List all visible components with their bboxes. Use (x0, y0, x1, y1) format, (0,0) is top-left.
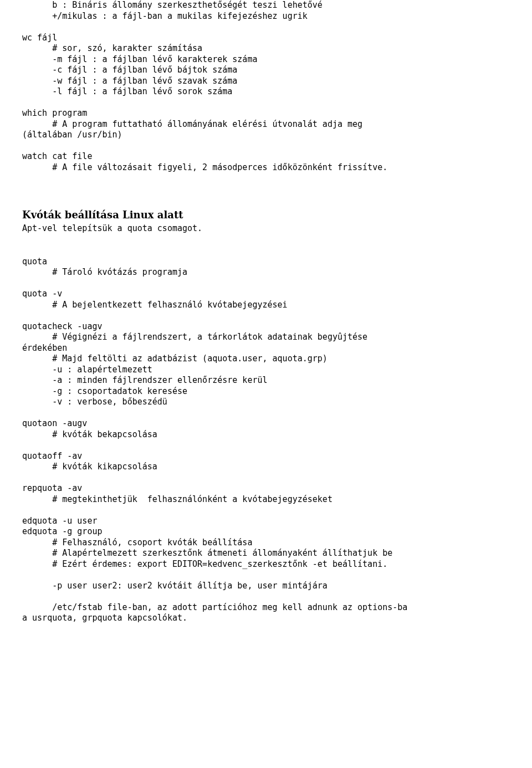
section-heading-quota: Kvóták beállítása Linux alatt (22, 208, 510, 221)
code-block-2: quota # Tároló kvótázás programja quota … (22, 257, 510, 624)
text-apt-install: Apt-vel telepítsük a quota csomagot. (22, 223, 510, 234)
spacer (22, 234, 510, 257)
code-block-1: b : Bináris állomány szerkeszthetőségét … (22, 0, 510, 173)
document-page: b : Bináris állomány szerkeszthetőségét … (0, 0, 532, 646)
